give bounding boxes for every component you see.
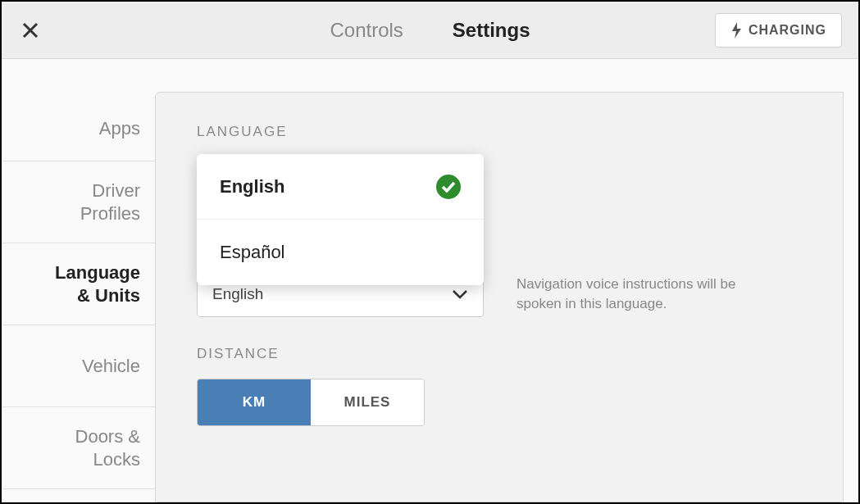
tab-controls[interactable]: Controls [330,19,403,42]
language-section-label: LANGUAGE [197,124,802,140]
lightning-icon [730,22,742,39]
language-option-espanol[interactable]: Español [197,220,484,285]
check-icon [436,175,461,199]
header-bar: Controls Settings CHARGING [2,2,858,59]
sidebar-item-label: Apps [99,117,140,140]
distance-toggle-group: KM MILES [197,379,425,426]
svg-marker-2 [732,22,741,39]
language-option-label: Español [220,242,285,263]
distance-option-km[interactable]: KM [198,379,311,425]
header-tabs: Controls Settings [330,19,530,42]
sidebar-item-driver-profiles[interactable]: Driver Profiles [2,161,155,243]
tab-settings[interactable]: Settings [453,19,530,42]
language-option-label: English [220,176,284,198]
distance-option-miles[interactable]: MILES [311,379,424,425]
sidebar-item-apps[interactable]: Apps [2,96,155,161]
language-dropdown-popup: English Español [197,154,484,285]
nav-voice-selected: English [212,285,263,303]
nav-voice-help-text: Navigation voice instructions will be sp… [516,275,746,314]
sidebar-item-label: Doors & Locks [75,425,140,470]
charging-button[interactable]: CHARGING [715,13,842,48]
body: Apps Driver Profiles Language & Units Ve… [2,59,858,502]
sidebar-item-label: Language & Units [55,261,140,306]
charging-label: CHARGING [749,23,826,38]
chevron-down-icon [452,289,468,299]
sidebar: Apps Driver Profiles Language & Units Ve… [2,59,155,502]
content-area: LANGUAGE English Español English [155,59,858,502]
sidebar-item-vehicle[interactable]: Vehicle [2,325,155,407]
language-option-english[interactable]: English [197,154,484,220]
sidebar-item-doors-locks[interactable]: Doors & Locks [2,407,155,489]
distance-section-label: DISTANCE [197,346,802,362]
close-icon [20,20,40,40]
close-button[interactable] [18,18,43,43]
settings-panel: LANGUAGE English Español English [155,92,844,502]
sidebar-item-language-units[interactable]: Language & Units [2,243,155,325]
sidebar-item-label: Vehicle [82,355,140,378]
sidebar-item-label: Driver Profiles [80,179,140,225]
